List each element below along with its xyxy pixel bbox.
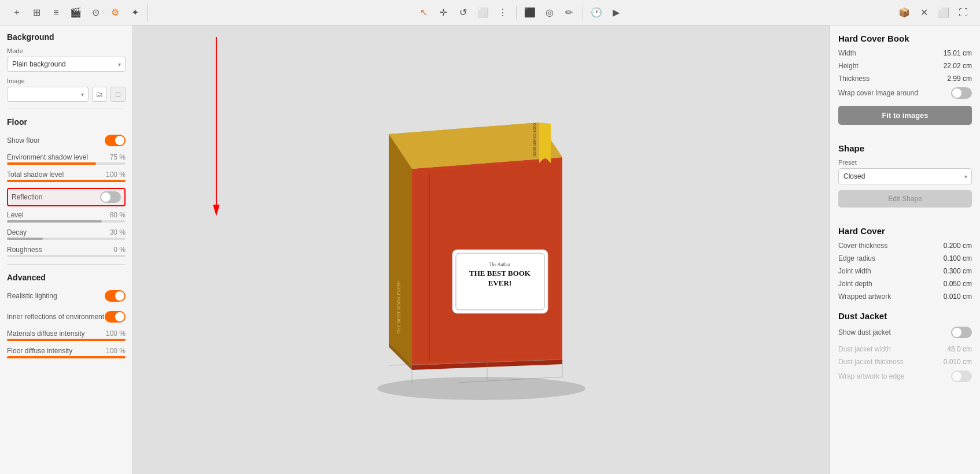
joint-width-row: Joint width 0.300 cm: [838, 267, 972, 275]
stack-icon[interactable]: ⬛: [521, 4, 539, 21]
canvas-area[interactable]: The Author THE BEST BOOK EVER! DUST COVE…: [133, 25, 830, 474]
joint-depth-value: 0.050 cm: [944, 280, 972, 288]
edit-shape-button[interactable]: Edit Shape: [838, 190, 972, 208]
window-icon[interactable]: ⬜: [935, 4, 952, 21]
thickness-label: Thickness: [838, 75, 870, 83]
book-section-title: Hard Cover Book: [838, 34, 972, 43]
height-row: Height 22.02 cm: [838, 62, 972, 70]
show-floor-label: Show floor: [7, 136, 40, 145]
svg-text:EVER!: EVER!: [488, 279, 511, 287]
image-clear-button[interactable]: □: [110, 87, 126, 102]
floor-diffuse-slider[interactable]: [7, 356, 126, 358]
preset-select[interactable]: Closed Open Half open: [838, 168, 972, 184]
realistic-lighting-toggle[interactable]: [105, 290, 126, 302]
env-shadow-slider[interactable]: [7, 162, 126, 165]
floor-diffuse-value: 100 %: [106, 347, 126, 355]
decay-slider[interactable]: [7, 238, 126, 240]
show-dust-jacket-row: Show dust jacket: [838, 327, 972, 338]
mode-select[interactable]: Plain background Studio Custom: [7, 57, 126, 72]
fit-to-images-button[interactable]: Fit to images: [838, 106, 972, 125]
realistic-lighting-row: Realistic lighting: [7, 288, 126, 304]
background-section-title: Background: [7, 32, 126, 42]
dust-jacket-width-label: Dust jacket width: [838, 345, 891, 353]
width-label: Width: [838, 49, 856, 57]
level-slider[interactable]: [7, 220, 126, 223]
svg-marker-1: [213, 205, 220, 216]
materials-diffuse-slider[interactable]: [7, 339, 126, 341]
materials-diffuse-row: Materials diffuse intensity 100 %: [7, 329, 126, 338]
svg-marker-14: [539, 123, 551, 163]
image-select[interactable]: [7, 87, 89, 102]
image-browse-button[interactable]: 🗂: [92, 87, 107, 102]
target-icon[interactable]: ⊙: [87, 4, 104, 21]
close2-icon[interactable]: ✕: [915, 4, 933, 21]
env-shadow-row: Environment shadow level 75 %: [7, 153, 126, 161]
left-tools-group: ＋ ⊞ ≡ 🎬 ⊙ ⚙ ✦: [5, 4, 148, 21]
grid-icon[interactable]: ⊞: [28, 4, 45, 21]
dust-jacket-thickness-label: Dust jacket thickness: [838, 358, 904, 366]
level-value: 80 %: [110, 211, 126, 219]
level-row: Level 80 %: [7, 211, 126, 219]
total-shadow-slider[interactable]: [7, 180, 126, 182]
wrap-cover-row: Wrap cover image around: [838, 87, 972, 99]
materials-diffuse-value: 100 %: [106, 329, 126, 338]
materials-diffuse-label: Materials diffuse intensity: [7, 329, 85, 338]
hard-cover-section-title: Hard Cover: [838, 226, 972, 236]
image-label: Image: [7, 77, 126, 84]
cover-thickness-value: 0.200 cm: [944, 242, 972, 250]
thickness-row: Thickness 2.99 cm: [838, 75, 972, 83]
left-panel: Background Mode Plain background Studio …: [0, 25, 133, 474]
joint-depth-row: Joint depth 0.050 cm: [838, 280, 972, 288]
height-value: 22.02 cm: [944, 62, 972, 70]
env-shadow-value: 75 %: [110, 153, 126, 161]
wrap-artwork-label: Wrap artwork to edge: [838, 372, 905, 380]
video-icon[interactable]: ▶: [607, 4, 625, 21]
svg-text:The Author: The Author: [489, 262, 511, 267]
add-icon[interactable]: ＋: [8, 4, 25, 21]
target2-icon[interactable]: ◎: [541, 4, 558, 21]
film-icon[interactable]: 🎬: [67, 4, 84, 21]
decay-row: Decay 30 %: [7, 228, 126, 236]
show-floor-row: Show floor: [7, 132, 126, 149]
right-panel: Hard Cover Book Width 15.01 cm Height 22…: [830, 25, 980, 474]
rotate-icon[interactable]: ↺: [455, 4, 472, 21]
clock-icon[interactable]: 🕐: [588, 4, 605, 21]
cursor-icon[interactable]: ↖: [415, 4, 433, 21]
book-illustration: The Author THE BEST BOOK EVER! DUST COVE…: [342, 88, 620, 412]
scene-icon[interactable]: ⬜: [474, 4, 492, 21]
show-floor-toggle[interactable]: [105, 135, 126, 146]
joint-width-label: Joint width: [838, 267, 871, 275]
realistic-lighting-label: Realistic lighting: [7, 292, 57, 300]
inner-reflections-toggle[interactable]: [105, 311, 126, 323]
shape-section-title: Shape: [838, 143, 972, 153]
wrap-artwork-toggle[interactable]: [951, 371, 972, 382]
box3d-icon[interactable]: 📦: [896, 4, 913, 21]
right-tools-group: 📦 ✕ ⬜ ⛶: [892, 4, 975, 21]
show-dust-jacket-label: Show dust jacket: [838, 328, 891, 336]
edge-radius-row: Edge radius 0.100 cm: [838, 254, 972, 262]
floor-diffuse-label: Floor diffuse intensity: [7, 347, 72, 355]
maximize-icon[interactable]: ⛶: [955, 4, 972, 21]
toolbar: ＋ ⊞ ≡ 🎬 ⊙ ⚙ ✦ ↖ ✛ ↺ ⬜ ⋮ ⬛ ◎ ✏ 🕐 ▶ 📦 ✕ ⬜ …: [0, 0, 980, 25]
total-shadow-value: 100 %: [106, 171, 126, 179]
roughness-slider[interactable]: [7, 255, 126, 257]
wrap-cover-toggle[interactable]: [951, 87, 972, 99]
wrap-artwork-row: Wrap artwork to edge: [838, 371, 972, 382]
decay-fill: [7, 238, 43, 240]
total-shadow-fill: [7, 180, 126, 182]
gear-icon[interactable]: ⚙: [106, 4, 124, 21]
reflection-toggle[interactable]: [100, 191, 121, 203]
level-fill: [7, 220, 102, 223]
sun-icon[interactable]: ✦: [126, 4, 143, 21]
dust-jacket-thickness-row: Dust jacket thickness 0.010 cm: [838, 358, 972, 366]
dust-jacket-width-value: 48.0 cm: [947, 345, 972, 353]
roughness-label: Roughness: [7, 246, 42, 254]
node-icon[interactable]: ⋮: [494, 4, 511, 21]
pen-icon[interactable]: ✏: [561, 4, 578, 21]
toolbar-separator: [516, 6, 517, 20]
total-shadow-row: Total shadow level 100 %: [7, 171, 126, 179]
env-shadow-label: Environment shadow level: [7, 153, 88, 161]
show-dust-jacket-toggle[interactable]: [951, 327, 972, 338]
menu-icon[interactable]: ≡: [47, 4, 65, 21]
move-icon[interactable]: ✛: [435, 4, 452, 21]
